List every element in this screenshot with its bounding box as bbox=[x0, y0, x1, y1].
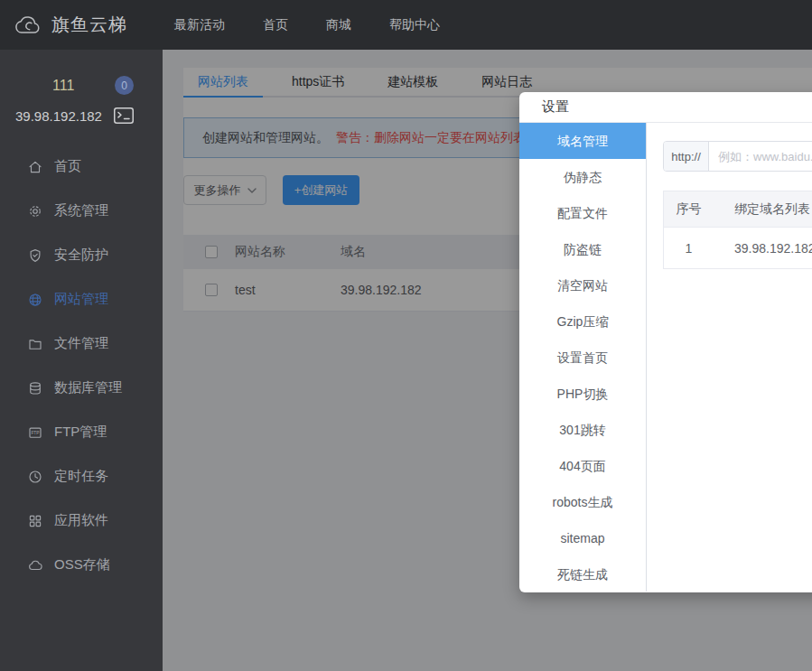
sidebar-item-cron[interactable]: 定时任务 bbox=[0, 454, 163, 499]
nav-item-store[interactable]: 商城 bbox=[326, 17, 351, 33]
top-navigation: 最新活动 首页 商城 帮助中心 bbox=[174, 17, 440, 33]
ftp-folder-icon: FTP bbox=[27, 424, 43, 441]
logo: 旗鱼云梯 bbox=[13, 13, 162, 38]
sidebar-item-label: 安全防护 bbox=[54, 247, 108, 264]
nav-item-home[interactable]: 首页 bbox=[263, 17, 288, 33]
modal-title: 设置 bbox=[542, 98, 569, 116]
settings-item-sitemap[interactable]: sitemap bbox=[519, 520, 646, 556]
settings-item-robots[interactable]: robots生成 bbox=[519, 484, 646, 520]
sidebar-item-label: 首页 bbox=[54, 158, 81, 175]
settings-item-rewrite[interactable]: 伪静态 bbox=[519, 159, 646, 195]
globe-icon bbox=[27, 292, 43, 308]
sidebar-item-label: 网站管理 bbox=[54, 291, 108, 308]
domain-index-cell: 1 bbox=[664, 241, 714, 256]
server-ip: 39.98.192.182 bbox=[15, 108, 102, 124]
notification-badge: 0 bbox=[115, 76, 134, 95]
nav-item-help-center[interactable]: 帮助中心 bbox=[389, 17, 440, 33]
gear-icon bbox=[27, 203, 43, 219]
sidebar-item-ftp[interactable]: FTP FTP管理 bbox=[0, 410, 163, 454]
terminal-icon[interactable] bbox=[114, 107, 134, 124]
sidebar-item-security[interactable]: 安全防护 bbox=[0, 233, 163, 277]
settings-item-404-page[interactable]: 404页面 bbox=[519, 448, 646, 484]
sidebar-item-websites[interactable]: 网站管理 bbox=[0, 277, 163, 322]
sidebar-item-system[interactable]: 系统管理 bbox=[0, 189, 163, 233]
sidebar-menu: 首页 系统管理 安全防护 bbox=[0, 144, 163, 587]
protocol-prefix: http:// bbox=[664, 142, 709, 171]
sidebar-item-apps[interactable]: 应用软件 bbox=[0, 499, 163, 543]
cloud-storage-icon bbox=[27, 557, 43, 573]
sidebar-item-label: 数据库管理 bbox=[54, 379, 122, 396]
sidebar-item-label: 定时任务 bbox=[54, 468, 108, 485]
settings-item-default-page[interactable]: 设置首页 bbox=[519, 340, 646, 376]
settings-item-php-switch[interactable]: PHP切换 bbox=[519, 376, 646, 412]
add-domain-input-group: http:// bbox=[663, 141, 812, 172]
sidebar-item-files[interactable]: 文件管理 bbox=[0, 322, 163, 366]
sidebar-item-label: 系统管理 bbox=[54, 202, 108, 219]
settings-item-301-redirect[interactable]: 301跳转 bbox=[519, 412, 646, 448]
domain-input[interactable] bbox=[709, 142, 812, 171]
home-icon bbox=[27, 159, 43, 175]
settings-item-clear-site[interactable]: 清空网站 bbox=[519, 267, 646, 303]
brand-name: 旗鱼云梯 bbox=[51, 13, 127, 37]
sidebar-item-home[interactable]: 首页 bbox=[0, 144, 163, 189]
sidebar: 111 0 39.98.192.182 首页 bbox=[0, 50, 163, 671]
shield-icon bbox=[27, 247, 43, 264]
clock-icon bbox=[27, 469, 43, 485]
modal-header: 设置 bbox=[519, 92, 812, 123]
sidebar-item-label: 应用软件 bbox=[54, 512, 108, 529]
app-screen: 旗鱼云梯 最新活动 首页 商城 帮助中心 111 0 39.98.192.182 bbox=[0, 0, 812, 671]
sidebar-item-label: OSS存储 bbox=[54, 556, 110, 573]
settings-modal: 设置 域名管理 伪静态 配置文件 防盗链 清空网站 Gzip压缩 设置首页 PH… bbox=[519, 92, 812, 592]
sidebar-item-label: FTP管理 bbox=[54, 424, 107, 441]
domain-management-pane: http:// 序号 绑定域名列表 1 39.98.192.182 bbox=[647, 123, 812, 592]
nav-item-activities[interactable]: 最新活动 bbox=[174, 17, 225, 33]
cloud-logo-icon bbox=[13, 13, 43, 38]
sidebar-item-oss[interactable]: OSS存储 bbox=[0, 543, 163, 587]
topbar: 旗鱼云梯 最新活动 首页 商城 帮助中心 bbox=[0, 0, 812, 50]
folder-icon bbox=[27, 336, 43, 352]
settings-item-gzip[interactable]: Gzip压缩 bbox=[519, 303, 646, 340]
sidebar-item-database[interactable]: 数据库管理 bbox=[0, 366, 163, 410]
modal-body: 域名管理 伪静态 配置文件 防盗链 清空网站 Gzip压缩 设置首页 PHP切换… bbox=[519, 123, 812, 592]
bound-domain-table-header: 序号 绑定域名列表 bbox=[664, 191, 812, 228]
domain-value-cell: 39.98.192.182 bbox=[714, 241, 812, 256]
settings-item-config-file[interactable]: 配置文件 bbox=[519, 195, 646, 231]
account-name[interactable]: 111 bbox=[52, 78, 74, 94]
settings-menu: 域名管理 伪静态 配置文件 防盗链 清空网站 Gzip压缩 设置首页 PHP切换… bbox=[519, 123, 647, 592]
sidebar-item-label: 文件管理 bbox=[54, 335, 108, 352]
server-ip-row: 39.98.192.182 bbox=[15, 107, 134, 124]
bound-domain-row: 1 39.98.192.182 bbox=[664, 228, 812, 268]
database-icon bbox=[27, 380, 43, 396]
apps-grid-icon bbox=[27, 513, 43, 529]
bound-domain-table: 序号 绑定域名列表 1 39.98.192.182 bbox=[663, 191, 812, 269]
settings-item-dead-links[interactable]: 死链生成 bbox=[519, 556, 646, 592]
column-header-domain-list: 绑定域名列表 bbox=[714, 201, 810, 218]
svg-text:FTP: FTP bbox=[31, 431, 39, 435]
column-header-index: 序号 bbox=[664, 201, 714, 218]
settings-item-hotlink-protection[interactable]: 防盗链 bbox=[519, 231, 646, 267]
settings-item-domain-management[interactable]: 域名管理 bbox=[519, 123, 646, 159]
